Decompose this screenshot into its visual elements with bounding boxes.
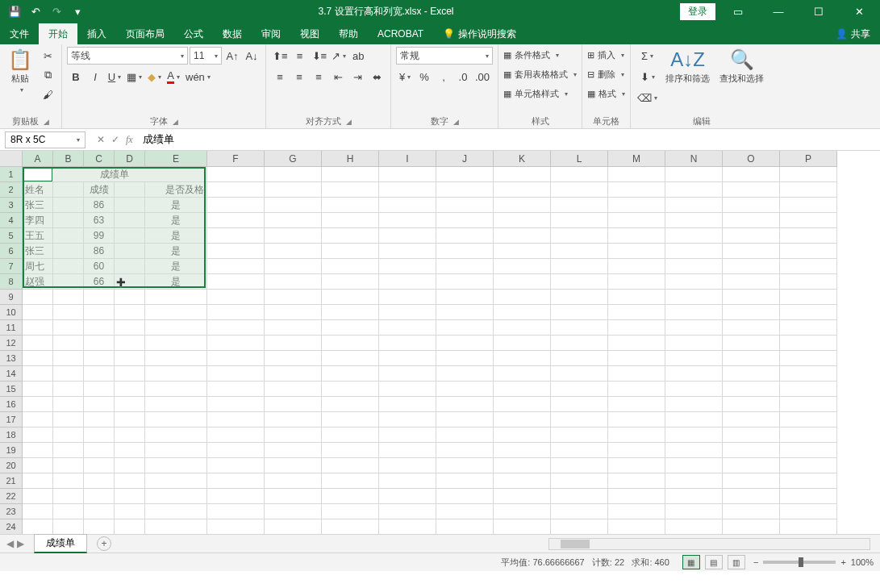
view-normal-icon[interactable]: ▦	[682, 555, 700, 569]
cell[interactable]	[207, 228, 265, 244]
cell[interactable]	[665, 320, 723, 336]
cell[interactable]	[780, 519, 837, 535]
cell[interactable]	[145, 412, 207, 427]
cell[interactable]	[436, 259, 494, 274]
cell[interactable]	[322, 473, 379, 489]
row-header-7[interactable]: 7	[0, 259, 23, 274]
align-bottom-icon[interactable]: ⬇≡	[311, 47, 329, 65]
wrap-text-icon[interactable]: ab	[349, 47, 367, 65]
cell[interactable]	[84, 443, 115, 458]
cell[interactable]	[551, 427, 608, 443]
cell[interactable]: 成绩	[84, 182, 115, 198]
cell[interactable]	[665, 519, 723, 535]
cell[interactable]	[608, 305, 665, 320]
cell[interactable]	[53, 213, 84, 228]
cell[interactable]	[436, 443, 494, 458]
cell[interactable]	[23, 443, 53, 458]
cell[interactable]	[551, 336, 608, 351]
cell[interactable]	[494, 351, 551, 366]
cell[interactable]	[207, 412, 265, 427]
cell[interactable]	[494, 213, 551, 228]
cell[interactable]	[494, 274, 551, 290]
cell[interactable]	[84, 412, 115, 427]
cell[interactable]	[322, 198, 379, 213]
cell[interactable]	[665, 397, 723, 412]
login-button[interactable]: 登录	[680, 3, 715, 20]
cell[interactable]	[322, 504, 379, 519]
cell[interactable]	[379, 274, 436, 290]
cell[interactable]	[723, 167, 780, 182]
cell[interactable]: 是	[145, 274, 207, 290]
cell[interactable]	[551, 228, 608, 244]
cell[interactable]	[551, 489, 608, 504]
cell[interactable]	[115, 274, 145, 290]
cell[interactable]	[23, 366, 53, 382]
cell[interactable]	[115, 213, 145, 228]
view-pagebreak-icon[interactable]: ▥	[728, 555, 745, 569]
cell[interactable]	[608, 167, 665, 182]
cell[interactable]	[23, 504, 53, 519]
conditional-format-button[interactable]: ▦ 条件格式 ▾	[503, 47, 577, 63]
cell[interactable]	[436, 336, 494, 351]
cell[interactable]	[53, 182, 84, 198]
table-format-button[interactable]: ▦ 套用表格格式 ▾	[503, 66, 577, 82]
cell[interactable]	[115, 473, 145, 489]
cell[interactable]	[436, 366, 494, 382]
cell[interactable]	[665, 366, 723, 382]
cell[interactable]	[53, 336, 84, 351]
col-header-E[interactable]: E	[145, 151, 207, 167]
cell[interactable]	[115, 519, 145, 535]
autosum-icon[interactable]: Σ▾	[636, 47, 659, 65]
row-header-10[interactable]: 10	[0, 305, 23, 320]
row-header-14[interactable]: 14	[0, 366, 23, 382]
cell[interactable]	[494, 473, 551, 489]
cell[interactable]	[551, 320, 608, 336]
cell[interactable]	[436, 228, 494, 244]
delete-cells-button[interactable]: ⊟ 删除 ▾	[587, 66, 625, 82]
col-header-O[interactable]: O	[723, 151, 780, 167]
comma-icon[interactable]: ,	[435, 68, 453, 85]
cell[interactable]	[23, 382, 53, 397]
cell[interactable]	[115, 290, 145, 305]
cell[interactable]	[723, 427, 780, 443]
cell[interactable]	[322, 443, 379, 458]
name-box[interactable]: 8R x 5C▾	[5, 131, 85, 148]
cell[interactable]	[53, 320, 84, 336]
cell[interactable]	[145, 320, 207, 336]
cell[interactable]	[84, 489, 115, 504]
cell[interactable]	[723, 458, 780, 473]
align-left-icon[interactable]: ≡	[271, 68, 289, 85]
cell[interactable]	[207, 427, 265, 443]
copy-icon[interactable]: ⧉	[39, 66, 56, 84]
sheet-tab[interactable]: 成绩单	[34, 534, 87, 553]
cell[interactable]	[436, 489, 494, 504]
formula-input[interactable]	[140, 131, 880, 148]
tell-me[interactable]: 💡 操作说明搜索	[433, 23, 526, 44]
cell[interactable]	[551, 519, 608, 535]
cell[interactable]	[551, 213, 608, 228]
cell[interactable]	[115, 443, 145, 458]
cell[interactable]	[494, 366, 551, 382]
cell[interactable]	[723, 443, 780, 458]
cell[interactable]	[145, 290, 207, 305]
cell[interactable]	[23, 290, 53, 305]
cell[interactable]	[436, 351, 494, 366]
percent-icon[interactable]: %	[415, 68, 433, 85]
cell[interactable]	[145, 351, 207, 366]
cell[interactable]	[265, 366, 322, 382]
cell[interactable]	[207, 504, 265, 519]
cell[interactable]	[723, 473, 780, 489]
cell[interactable]	[608, 244, 665, 259]
add-sheet-button[interactable]: +	[97, 536, 111, 551]
cell[interactable]	[780, 228, 837, 244]
cell[interactable]: 李四	[23, 213, 53, 228]
cell[interactable]	[115, 305, 145, 320]
cell[interactable]	[379, 519, 436, 535]
cell[interactable]	[379, 412, 436, 427]
cell[interactable]	[608, 427, 665, 443]
zoom-out-icon[interactable]: −	[753, 557, 758, 567]
cell[interactable]	[265, 336, 322, 351]
cell[interactable]	[494, 412, 551, 427]
cell[interactable]	[379, 336, 436, 351]
cell[interactable]	[84, 382, 115, 397]
